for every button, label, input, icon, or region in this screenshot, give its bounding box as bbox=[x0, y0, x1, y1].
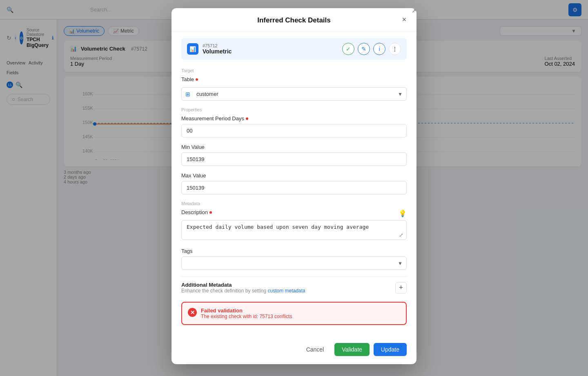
description-label-row: Description 💡 bbox=[181, 209, 407, 218]
tags-form-group: Tags ▼ bbox=[181, 248, 407, 270]
table-icon: ⊞ bbox=[185, 91, 190, 97]
check-pass-button[interactable]: ✓ bbox=[342, 43, 354, 55]
checkmark-icon: ✓ bbox=[346, 46, 351, 52]
measurement-period-form-group: Measurement Period Days bbox=[181, 115, 407, 137]
check-meta: #75712 Volumetric bbox=[203, 43, 232, 55]
additional-metadata-desc: Enhance the check definition by setting … bbox=[181, 288, 305, 294]
min-value-input[interactable] bbox=[181, 153, 407, 166]
target-link-icon[interactable]: ↗ bbox=[412, 8, 416, 14]
modal-body: 📊 #75712 Volumetric ✓ ✎ i bbox=[172, 31, 416, 338]
close-icon: × bbox=[402, 15, 407, 24]
check-type-icon: 📊 bbox=[187, 43, 198, 55]
custom-metadata-link[interactable]: custom metadata bbox=[267, 288, 305, 294]
table-form-group: Table ↗ ⊞ customer ▼ bbox=[181, 76, 407, 101]
description-required bbox=[209, 211, 212, 214]
error-content: Failed validation The existing check wit… bbox=[201, 307, 292, 319]
check-header-left: 📊 #75712 Volumetric bbox=[187, 43, 232, 55]
target-section-label: Target bbox=[181, 68, 407, 73]
table-label: Table bbox=[181, 76, 198, 82]
additional-metadata-section: Additional Metadata Enhance the check de… bbox=[181, 276, 407, 295]
description-expand-icon[interactable]: ⤢ bbox=[399, 232, 403, 238]
max-value-label: Max Value bbox=[181, 173, 407, 179]
modal-overlay: Inferred Check Details × 📊 #75712 Volume… bbox=[0, 0, 588, 376]
check-edit-button[interactable]: ✎ bbox=[358, 43, 370, 55]
check-info-button[interactable]: i bbox=[373, 43, 385, 55]
modal: Inferred Check Details × 📊 #75712 Volume… bbox=[172, 8, 416, 364]
tags-select[interactable] bbox=[181, 257, 407, 270]
error-title: Failed validation bbox=[201, 307, 292, 314]
description-textarea-wrapper: Expected daily volume based upon seven d… bbox=[181, 220, 407, 241]
close-button[interactable]: × bbox=[399, 14, 410, 25]
properties-section-label: Properties bbox=[181, 107, 407, 112]
table-label-row: Table ↗ bbox=[181, 76, 407, 85]
add-metadata-button[interactable]: + bbox=[395, 282, 407, 294]
check-header-card: 📊 #75712 Volumetric ✓ ✎ i bbox=[181, 38, 407, 60]
check-type-label: Volumetric bbox=[203, 48, 232, 55]
measurement-required bbox=[246, 117, 248, 120]
min-value-form-group: Min Value bbox=[181, 144, 407, 166]
description-label: Description bbox=[181, 209, 212, 215]
check-action-buttons: ✓ ✎ i ⋮ bbox=[342, 43, 401, 55]
check-more-button[interactable]: ⋮ bbox=[389, 43, 401, 55]
error-message: The existing check with id: 75713 confli… bbox=[201, 314, 292, 319]
min-value-label: Min Value bbox=[181, 144, 407, 150]
additional-metadata-title: Additional Metadata bbox=[181, 282, 305, 288]
table-select[interactable]: customer bbox=[181, 87, 407, 101]
measurement-period-label: Measurement Period Days bbox=[181, 115, 407, 122]
table-select-wrapper: ⊞ customer ▼ bbox=[181, 87, 407, 101]
info-icon: i bbox=[379, 46, 380, 52]
volumetric-check-icon: 📊 bbox=[189, 46, 196, 52]
modal-title: Inferred Check Details bbox=[257, 16, 331, 24]
plus-icon: + bbox=[399, 283, 403, 292]
max-value-form-group: Max Value bbox=[181, 173, 407, 195]
additional-metadata-left: Additional Metadata Enhance the check de… bbox=[181, 282, 305, 294]
description-form-group: Description 💡 Expected daily volume base… bbox=[181, 209, 407, 241]
required-indicator bbox=[196, 78, 198, 81]
update-button[interactable]: Update bbox=[374, 343, 407, 356]
tags-select-wrapper: ▼ bbox=[181, 257, 407, 270]
validation-error-banner: ✕ Failed validation The existing check w… bbox=[181, 302, 407, 325]
more-icon: ⋮ bbox=[392, 46, 398, 52]
validate-button[interactable]: Validate bbox=[334, 343, 370, 356]
max-value-input[interactable] bbox=[181, 181, 407, 195]
modal-footer: Cancel Validate Update bbox=[172, 338, 416, 364]
cancel-button[interactable]: Cancel bbox=[300, 343, 331, 356]
error-icon: ✕ bbox=[188, 308, 197, 317]
description-textarea[interactable]: Expected daily volume based upon seven d… bbox=[181, 220, 407, 240]
edit-icon: ✎ bbox=[361, 46, 366, 52]
modal-header: Inferred Check Details × bbox=[172, 8, 416, 31]
measurement-period-input[interactable] bbox=[181, 124, 407, 137]
description-ai-icon[interactable]: 💡 bbox=[399, 210, 407, 217]
metadata-section-label: Metadata bbox=[181, 201, 407, 206]
check-id-label: #75712 bbox=[203, 43, 232, 48]
tags-label: Tags bbox=[181, 248, 407, 254]
